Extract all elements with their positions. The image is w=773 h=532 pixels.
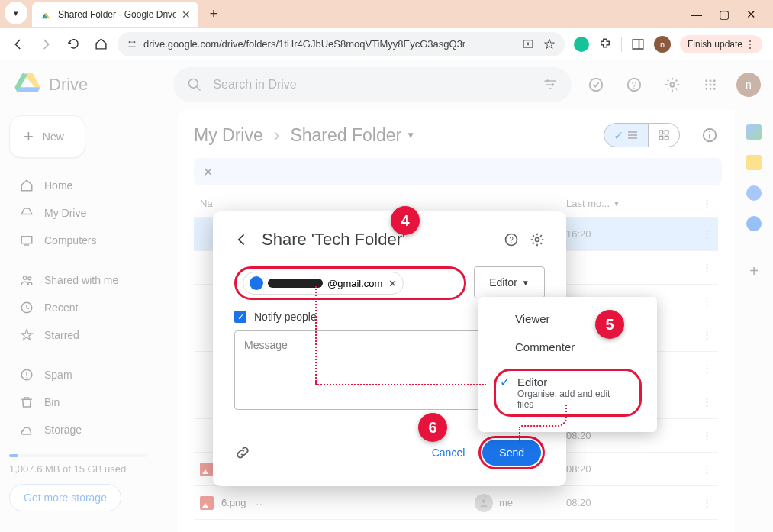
- extensions-icon[interactable]: [598, 37, 612, 51]
- drive-app: Drive Search in Drive ? n + New Home My …: [0, 60, 773, 532]
- svg-point-53: [536, 238, 539, 242]
- svg-rect-6: [633, 40, 643, 49]
- tab-close-icon[interactable]: ✕: [182, 8, 191, 21]
- modal-settings-icon[interactable]: [530, 232, 545, 247]
- new-tab-button[interactable]: +: [203, 4, 224, 25]
- tab-search-button[interactable]: ▾: [5, 2, 27, 24]
- modal-title: Share 'Tech Folder': [262, 230, 405, 250]
- browser-tab-strip: ▾ Shared Folder - Google Drive ✕ + — ▢ ✕: [0, 0, 773, 28]
- url-text: drive.google.com/drive/folders/1tHr4GJbU…: [143, 38, 465, 50]
- check-icon: ✓: [500, 375, 510, 389]
- callout-5: 5: [595, 310, 624, 339]
- recipient-input[interactable]: @gmail.com ✕: [234, 266, 466, 300]
- email-suffix: @gmail.com: [327, 278, 382, 289]
- modal-back-icon[interactable]: [234, 232, 250, 247]
- role-editor-sub: Organise, add and edit files: [517, 389, 618, 410]
- maximize-icon[interactable]: ▢: [719, 8, 730, 21]
- finish-update-button[interactable]: Finish update⋮: [680, 35, 762, 53]
- back-button[interactable]: [8, 34, 29, 55]
- drive-favicon: [40, 8, 52, 21]
- forward-button[interactable]: [35, 34, 56, 55]
- window-controls: — ▢ ✕: [691, 0, 773, 28]
- side-panel-icon[interactable]: [631, 37, 645, 51]
- bookmark-icon[interactable]: [543, 38, 556, 50]
- role-editor-label: Editor: [517, 376, 618, 389]
- url-bar[interactable]: drive.google.com/drive/folders/1tHr4GJbU…: [118, 32, 565, 56]
- reload-button[interactable]: [63, 34, 84, 55]
- install-app-icon[interactable]: [522, 38, 534, 50]
- role-commenter[interactable]: Commenter: [478, 333, 657, 361]
- cancel-button[interactable]: Cancel: [432, 447, 465, 459]
- callout-6: 6: [418, 413, 447, 442]
- modal-help-icon[interactable]: ?: [504, 232, 519, 247]
- profile-avatar[interactable]: n: [654, 36, 671, 53]
- role-dropdown-button[interactable]: Editor ▼: [474, 266, 545, 298]
- notify-checkbox[interactable]: ✓: [234, 311, 246, 323]
- person-icon: [250, 276, 263, 290]
- minimize-icon[interactable]: —: [691, 8, 702, 21]
- callout-4: 4: [391, 206, 420, 235]
- browser-toolbar: drive.google.com/drive/folders/1tHr4GJbU…: [0, 28, 773, 60]
- role-menu: Viewer Commenter ✓ Editor Organise, add …: [478, 297, 657, 432]
- notify-label: Notify people: [254, 311, 317, 323]
- chip-remove-icon[interactable]: ✕: [388, 278, 397, 289]
- close-window-icon[interactable]: ✕: [746, 8, 756, 21]
- role-viewer[interactable]: Viewer: [478, 305, 657, 333]
- role-editor[interactable]: ✓ Editor Organise, add and edit files: [486, 364, 649, 421]
- copy-link-icon[interactable]: [234, 444, 251, 461]
- home-button[interactable]: [90, 34, 111, 55]
- grammarly-icon[interactable]: [574, 37, 589, 52]
- message-placeholder: Message: [244, 339, 288, 351]
- email-redacted: [268, 279, 323, 288]
- extension-icons: n Finish update⋮: [571, 35, 765, 53]
- tab-title: Shared Folder - Google Drive: [58, 9, 176, 20]
- site-settings-icon[interactable]: [127, 39, 137, 50]
- svg-text:?: ?: [509, 236, 514, 244]
- send-button[interactable]: Send: [482, 440, 541, 466]
- browser-tab[interactable]: Shared Folder - Google Drive ✕: [32, 2, 198, 27]
- recipient-chip[interactable]: @gmail.com ✕: [243, 272, 404, 295]
- send-button-highlight: Send: [478, 436, 545, 469]
